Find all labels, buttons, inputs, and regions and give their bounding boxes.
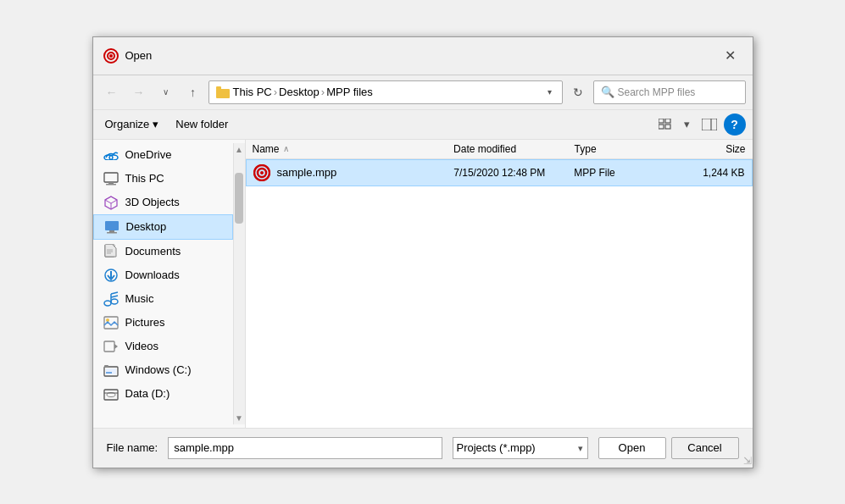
grid-view-icon	[659, 119, 672, 130]
scroll-content: OneDrive This PC	[93, 143, 233, 424]
up-button[interactable]: ↑	[181, 80, 205, 104]
dialog-title: Open	[125, 49, 153, 62]
sidebar-label-pictures: Pictures	[125, 316, 165, 329]
resize-handle[interactable]: ⇲	[743, 455, 752, 467]
file-size: 1,244 KB	[675, 167, 745, 179]
sidebar-item-desktop[interactable]: Desktop	[93, 214, 233, 240]
svg-rect-15	[106, 184, 116, 186]
svg-rect-5	[659, 119, 664, 123]
drive-c-icon	[103, 363, 119, 378]
svg-rect-7	[659, 125, 664, 129]
file-icon-mpp	[253, 164, 270, 181]
scroll-up-arrow[interactable]: ▲	[235, 143, 243, 156]
sidebar-item-documents[interactable]: Documents	[93, 240, 233, 263]
help-button[interactable]: ?	[724, 114, 746, 136]
organize-button[interactable]: Organize ▾	[100, 114, 164, 134]
svg-rect-20	[109, 230, 114, 232]
title-bar: Open ✕	[93, 37, 753, 75]
toolbar: Organize ▾ New folder ▾	[93, 110, 753, 140]
sidebar-item-this-pc[interactable]: This PC	[93, 167, 233, 191]
scroll-down-arrow[interactable]: ▼	[235, 412, 243, 424]
svg-rect-4	[216, 86, 221, 90]
address-dropdown-button[interactable]: ▾	[544, 87, 555, 97]
drive-d-icon	[103, 386, 119, 402]
search-input[interactable]	[618, 86, 738, 98]
new-folder-label: New folder	[175, 118, 228, 130]
sidebar-label-videos: Videos	[125, 340, 159, 352]
svg-point-12	[109, 155, 118, 160]
main-area: OneDrive This PC	[93, 140, 753, 428]
this-pc-icon	[103, 171, 119, 186]
col-header-date[interactable]: Date modified	[453, 143, 575, 155]
filetype-wrapper: Projects (*.mpp)	[453, 437, 588, 459]
desktop-icon	[104, 219, 120, 235]
downloads-icon	[103, 268, 119, 283]
svg-rect-42	[104, 390, 118, 400]
column-headers: Name ∧ Date modified Type Size	[246, 140, 753, 159]
close-button[interactable]: ✕	[719, 44, 742, 68]
pictures-icon	[103, 315, 119, 330]
3d-objects-icon	[103, 195, 119, 210]
filename-label: File name:	[107, 441, 158, 454]
open-button[interactable]: Open	[598, 437, 666, 459]
sidebar-scrollbar[interactable]: ▲ ▼	[233, 143, 245, 424]
sidebar-item-data-d[interactable]: Data (D:)	[93, 382, 233, 406]
pane-icon	[702, 119, 717, 130]
sidebar-label-desktop: Desktop	[126, 220, 167, 233]
col-type-label: Type	[575, 143, 597, 155]
music-icon	[103, 291, 119, 307]
path-level1[interactable]: Desktop	[279, 86, 320, 98]
view-grid-button[interactable]	[653, 115, 677, 134]
bottom-bar: File name: Projects (*.mpp) Open Cancel	[93, 428, 753, 468]
refresh-button[interactable]: ↻	[566, 80, 590, 104]
svg-rect-21	[107, 232, 117, 234]
col-date-label: Date modified	[453, 143, 516, 155]
new-folder-button[interactable]: New folder	[170, 114, 233, 134]
videos-icon	[103, 339, 119, 354]
back-button[interactable]: ←	[100, 80, 124, 104]
preview-pane-button[interactable]	[697, 115, 722, 134]
sidebar-item-downloads[interactable]: Downloads	[93, 263, 233, 287]
filetype-select[interactable]: Projects (*.mpp)	[453, 437, 588, 459]
svg-point-30	[111, 299, 118, 304]
sidebar-item-videos[interactable]: Videos	[93, 335, 233, 358]
svg-rect-13	[104, 173, 118, 182]
table-row[interactable]: sample.mpp 7/15/2020 12:48 PM MPP File 1…	[246, 159, 753, 186]
svg-point-2	[109, 54, 113, 58]
sort-arrow: ∧	[283, 144, 289, 153]
open-dialog: Open ✕ ← → ∨ ↑ This PC › Desktop ›	[92, 36, 753, 468]
address-bar[interactable]: This PC › Desktop › MPP files ▾	[208, 80, 563, 104]
file-area: Name ∧ Date modified Type Size	[246, 140, 753, 428]
sidebar-item-onedrive[interactable]: OneDrive	[93, 143, 233, 167]
col-header-size[interactable]: Size	[675, 143, 745, 155]
col-header-name[interactable]: Name ∧	[253, 143, 454, 155]
sidebar-label-documents: Documents	[125, 245, 181, 258]
sidebar-item-3d-objects[interactable]: 3D Objects	[93, 191, 233, 214]
col-header-type[interactable]: Type	[575, 143, 675, 155]
path-level2[interactable]: MPP files	[326, 86, 373, 98]
file-name-cell: sample.mpp	[253, 164, 454, 181]
svg-rect-3	[216, 89, 230, 98]
action-buttons: Open Cancel	[598, 437, 739, 459]
search-icon: 🔍	[601, 86, 614, 98]
svg-marker-17	[105, 197, 117, 203]
dropdown-nav-button[interactable]: ∨	[154, 80, 178, 104]
scroll-thumb[interactable]	[235, 173, 243, 224]
sidebar-label-windows-c: Windows (C:)	[125, 363, 192, 376]
folder-icon	[216, 86, 230, 98]
file-list: sample.mpp 7/15/2020 12:48 PM MPP File 1…	[246, 159, 753, 428]
path-root[interactable]: This PC	[233, 86, 272, 98]
scroll-area: OneDrive This PC	[93, 143, 245, 424]
cancel-button[interactable]: Cancel	[671, 437, 739, 459]
filename-input[interactable]	[168, 437, 442, 459]
sidebar-item-music[interactable]: Music	[93, 287, 233, 311]
sidebar-label-data-d: Data (D:)	[125, 387, 170, 400]
svg-rect-40	[104, 365, 108, 368]
search-box[interactable]: 🔍	[593, 80, 746, 104]
forward-button[interactable]: →	[127, 80, 151, 104]
file-type: MPP File	[574, 167, 674, 179]
view-dropdown-button[interactable]: ▾	[679, 114, 695, 134]
view-buttons: ▾ ?	[653, 114, 746, 136]
sidebar-item-windows-c[interactable]: Windows (C:)	[93, 358, 233, 382]
sidebar-item-pictures[interactable]: Pictures	[93, 311, 233, 335]
